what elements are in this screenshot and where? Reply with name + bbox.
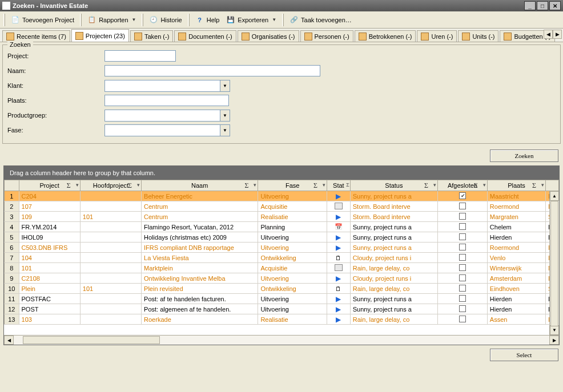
project-input[interactable]	[104, 50, 176, 62]
col-extra[interactable]	[546, 180, 559, 191]
cell-plaats[interactable]: Hierden	[487, 294, 545, 304]
table-row[interactable]: 8101MarktpleinAcquisitieRain, large dela…	[5, 263, 559, 273]
productgroep-combo[interactable]: ▼	[104, 110, 230, 122]
cell-afgesloten[interactable]	[438, 201, 488, 212]
cell-afgesloten[interactable]	[438, 212, 488, 222]
cell-plaats[interactable]: Eindhoven	[487, 284, 545, 294]
cell-naam[interactable]: IFRS compliant DNB rapportage	[142, 243, 258, 253]
col-status[interactable]: StatusΣ▾	[350, 180, 437, 191]
cell-naam[interactable]: Post: af te handelen facturen.	[142, 294, 258, 304]
cell-status[interactable]: Sunny, project runs a	[350, 294, 437, 304]
cell-hoofdproject[interactable]: 101	[80, 284, 141, 294]
tab-personen[interactable]: Personen (-)	[300, 30, 353, 42]
history-button[interactable]: 🕘 Historie	[147, 13, 184, 27]
table-row[interactable]: 6C503.DNB IFRSIFRS compliant DNB rapport…	[5, 243, 559, 253]
export-button[interactable]: 💾 Exporteren ▼	[224, 13, 279, 27]
close-button[interactable]: ✕	[549, 1, 561, 10]
cell-hoofdproject[interactable]: 101	[80, 212, 141, 222]
help-button[interactable]: ? Help	[193, 13, 222, 27]
tab-scroll-left[interactable]: ◀	[544, 30, 553, 39]
checkbox-icon[interactable]	[459, 233, 466, 240]
cell-stat[interactable]: ▶	[327, 212, 350, 222]
zoeken-button[interactable]: Zoeken	[490, 149, 558, 162]
cell-hoofdproject[interactable]	[80, 253, 141, 263]
cell-status[interactable]: Sunny, project runs a	[350, 232, 437, 243]
minimize-button[interactable]: _	[524, 1, 536, 10]
cell-project[interactable]: 103	[19, 314, 80, 325]
cell-status[interactable]: Rain, large delay, co	[350, 314, 437, 325]
cell-project[interactable]: POST	[19, 304, 80, 314]
cell-naam[interactable]: La Viesta Fiesta	[142, 253, 258, 263]
cell-fase[interactable]: Realisatie	[258, 314, 327, 325]
cell-status[interactable]: Sunny, project runs a	[350, 191, 437, 201]
cell-fase[interactable]: Uitvoering	[258, 243, 327, 253]
cell-stat[interactable]: 🗒	[327, 284, 350, 294]
cell-naam[interactable]: Plein revisited	[142, 284, 258, 294]
cell-project[interactable]: FR.YM.2014	[19, 222, 80, 232]
checkbox-icon[interactable]	[459, 192, 466, 199]
cell-fase[interactable]: Realisatie	[258, 212, 327, 222]
cell-afgesloten[interactable]	[438, 294, 488, 304]
scroll-left-icon[interactable]: ◀	[4, 336, 14, 345]
group-by-bar[interactable]: Drag a column header here to group by th…	[4, 166, 559, 180]
cell-naam[interactable]: Beheer Energetic	[142, 191, 258, 201]
cell-project[interactable]: C2108	[19, 273, 80, 284]
cell-plaats[interactable]: Assen	[487, 314, 545, 325]
add-project-button[interactable]: 📄 Toevoegen Project	[9, 13, 77, 27]
naam-input[interactable]	[104, 65, 320, 76]
table-row[interactable]: 5IHOL09Holidays (christmas etc) 2009Uitv…	[5, 232, 559, 243]
cell-stat[interactable]: ▶	[327, 232, 350, 243]
cell-fase[interactable]: Acquisitie	[258, 201, 327, 212]
cell-project[interactable]: C204	[19, 191, 80, 201]
cell-naam[interactable]: Post: algemeen af te handelen.	[142, 304, 258, 314]
cell-project[interactable]: POSTFAC	[19, 294, 80, 304]
cell-stat[interactable]: 📅	[327, 222, 350, 232]
horizontal-scrollbar[interactable]: ◀ ▶	[4, 335, 559, 345]
select-button[interactable]: Select	[490, 349, 558, 361]
cell-fase[interactable]: Uitvoering	[258, 191, 327, 201]
checkbox-icon[interactable]	[459, 264, 466, 271]
cell-naam[interactable]: Marktplein	[142, 263, 258, 273]
cell-plaats[interactable]: Roermond	[487, 201, 545, 212]
cell-naam[interactable]: Holidays (christmas etc) 2009	[142, 232, 258, 243]
cell-plaats[interactable]: Hierden	[487, 232, 545, 243]
cell-project[interactable]: 107	[19, 201, 80, 212]
tab-taken[interactable]: Taken (-)	[130, 30, 173, 42]
cell-plaats[interactable]: Maastricht	[487, 191, 545, 201]
cell-fase[interactable]: Uitvoering	[258, 273, 327, 284]
tab-recente-items[interactable]: Recente items (7)	[2, 30, 70, 42]
cell-naam[interactable]: Roerkade	[142, 314, 258, 325]
cell-plaats[interactable]: Winterswijk	[487, 263, 545, 273]
cell-fase[interactable]: Uitvoering	[258, 232, 327, 243]
add-task-button[interactable]: 🔗 Taak toevoegen…	[287, 13, 354, 27]
tab-projecten[interactable]: Projecten (23)	[71, 29, 129, 42]
checkbox-icon[interactable]	[459, 254, 466, 261]
cell-status[interactable]: Rain, large delay, co	[350, 284, 437, 294]
checkbox-icon[interactable]	[459, 244, 466, 250]
cell-afgesloten[interactable]	[438, 191, 488, 201]
cell-project[interactable]: 104	[19, 253, 80, 263]
table-row[interactable]: 3109101CentrumRealisatie▶Storm. Board in…	[5, 212, 559, 222]
cell-plaats[interactable]: Chelem	[487, 222, 545, 232]
tab-betrokkenen[interactable]: Betrokkenen (-)	[355, 30, 416, 42]
cell-stat[interactable]: ▶	[327, 243, 350, 253]
tab-documenten[interactable]: Documenten (-)	[174, 30, 236, 42]
cell-stat[interactable]: ▶	[327, 314, 350, 325]
checkbox-icon[interactable]	[459, 274, 466, 281]
cell-fase[interactable]: Acquisitie	[258, 263, 327, 273]
fase-combo[interactable]: ▼	[104, 124, 230, 136]
cell-afgesloten[interactable]	[438, 222, 488, 232]
cell-afgesloten[interactable]	[438, 232, 488, 243]
table-row[interactable]: 11POSTFACPost: af te handelen facturen.U…	[5, 294, 559, 304]
cell-plaats[interactable]: Hierden	[487, 304, 545, 314]
reports-button[interactable]: 📋 Rapporten ▼	[85, 13, 138, 27]
checkbox-icon[interactable]	[459, 305, 466, 312]
cell-hoofdproject[interactable]	[80, 263, 141, 273]
klant-combo[interactable]: ▼	[104, 80, 230, 92]
checkbox-icon[interactable]	[459, 203, 466, 209]
cell-naam[interactable]: Centrum	[142, 201, 258, 212]
cell-fase[interactable]: Uitvoering	[258, 304, 327, 314]
cell-plaats[interactable]: Amsterdam	[487, 273, 545, 284]
scroll-thumb[interactable]	[550, 201, 558, 326]
cell-hoofdproject[interactable]	[80, 243, 141, 253]
